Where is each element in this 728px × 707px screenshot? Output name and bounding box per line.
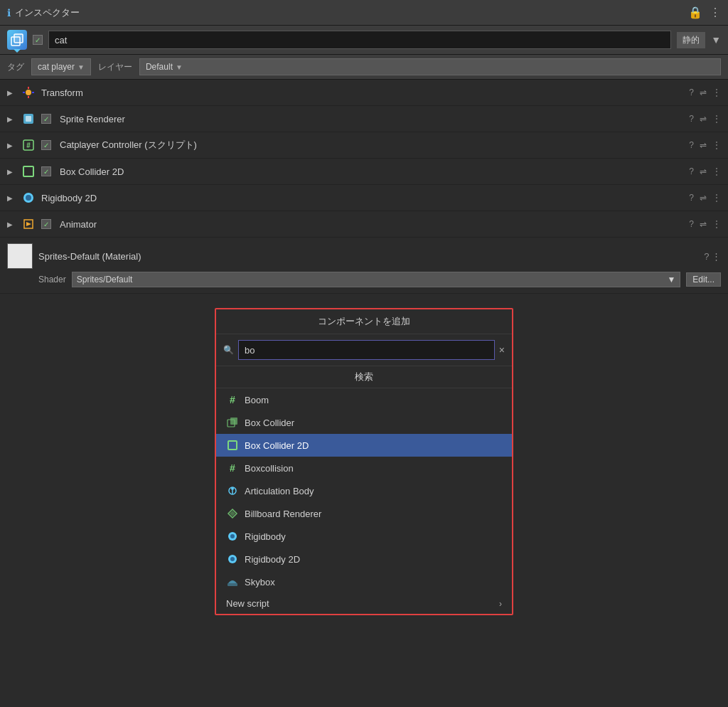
static-chevron-button[interactable]: ▼	[711, 34, 721, 46]
expand-arrow: ▶	[7, 220, 16, 228]
layer-label: レイヤー	[98, 61, 132, 73]
object-cube-icon	[7, 30, 27, 50]
animator-checkbox[interactable]: ✓	[41, 219, 51, 229]
catplayer-menu-icon[interactable]: ⋮	[712, 140, 721, 150]
object-name-input[interactable]	[48, 31, 671, 49]
sprite-renderer-menu-icon[interactable]: ⋮	[712, 114, 721, 124]
rigidbody-2d-help-icon[interactable]: ?	[689, 193, 694, 203]
popup-item-box-collider[interactable]: Box Collider	[216, 411, 512, 434]
svg-point-27	[230, 557, 235, 561]
sprite-renderer-help-icon[interactable]: ?	[689, 114, 694, 124]
transform-help-icon[interactable]: ?	[689, 87, 694, 97]
rigidbody-2d-popup-label: Rigidbody 2D	[245, 554, 502, 565]
static-button[interactable]: 静的	[677, 32, 705, 48]
popup-item-rigidbody[interactable]: Rigidbody	[216, 525, 512, 548]
material-name: Sprites-Default (Material)	[38, 251, 141, 262]
rigidbody-label: Rigidbody	[245, 531, 502, 542]
transform-menu-icon[interactable]: ⋮	[712, 87, 721, 97]
shader-edit-button[interactable]: Edit...	[686, 272, 721, 287]
expand-arrow: ▶	[7, 115, 16, 123]
rigidbody-2d-menu-icon[interactable]: ⋮	[712, 193, 721, 203]
expand-arrow: ▶	[7, 142, 16, 149]
rigidbody-2d-settings-icon[interactable]: ⇌	[700, 193, 707, 203]
section-gap	[0, 294, 728, 308]
articulation-body-label: Articulation Body	[245, 486, 502, 496]
sprite-renderer-icon	[21, 112, 36, 126]
transform-name: Transform	[41, 87, 683, 98]
shader-label: Shader	[38, 275, 66, 285]
animator-name: Animator	[60, 219, 683, 230]
catplayer-settings-icon[interactable]: ⇌	[700, 140, 707, 150]
popup-item-boxcollision[interactable]: # Boxcollision	[216, 457, 512, 479]
popup-item-articulation-body[interactable]: Articulation Body	[216, 479, 512, 502]
box-collider-2d-settings-icon[interactable]: ⇌	[700, 166, 707, 176]
catplayer-icon: #	[21, 138, 36, 152]
shader-dropdown[interactable]: Sprites/Default ▼	[72, 272, 681, 287]
search-input[interactable]	[238, 340, 495, 360]
component-row-sprite-renderer[interactable]: ▶ ✓ Sprite Renderer ? ⇌ ⋮	[0, 106, 728, 132]
popup-item-boom[interactable]: # Boom	[216, 388, 512, 411]
rigidbody-2d-icon	[21, 191, 36, 205]
boxcollision-label: Boxcollision	[245, 463, 502, 474]
catplayer-checkbox[interactable]: ✓	[41, 140, 51, 150]
component-row-catplayer[interactable]: ▶ # ✓ Catplayer Controller (スクリプト) ? ⇌ ⋮	[0, 132, 728, 159]
info-icon: ℹ	[7, 7, 11, 18]
svg-rect-28	[228, 583, 237, 586]
component-row-rigidbody-2d[interactable]: ▶ Rigidbody 2D ? ⇌ ⋮	[0, 185, 728, 211]
search-clear-icon[interactable]: ×	[499, 344, 505, 356]
tag-label: タグ	[7, 61, 24, 73]
expand-arrow: ▶	[7, 168, 16, 176]
popup-item-box-collider-2d[interactable]: Box Collider 2D	[216, 434, 512, 457]
svg-point-2	[26, 90, 31, 95]
animator-settings-icon[interactable]: ⇌	[700, 219, 707, 229]
box-collider-2d-checkbox[interactable]: ✓	[41, 166, 51, 176]
svg-rect-18	[228, 441, 237, 450]
inspector-panel: ℹ インスペクター 🔒 ⋮ ✓ 静的 ▼ タグ cat player ▼ レイヤ…	[0, 0, 728, 707]
animator-icon	[21, 217, 36, 231]
billboard-renderer-label: Billboard Renderer	[245, 509, 502, 519]
material-help-icon[interactable]: ?	[704, 251, 709, 262]
tag-dropdown[interactable]: cat player ▼	[31, 58, 91, 75]
svg-point-25	[230, 534, 235, 538]
svg-point-20	[231, 487, 234, 490]
boom-label: Boom	[245, 395, 502, 405]
box-collider-2d-popup-label: Box Collider 2D	[245, 440, 502, 451]
transform-settings-icon[interactable]: ⇌	[700, 87, 707, 97]
popup-item-new-script[interactable]: New script ›	[216, 593, 512, 614]
component-row-box-collider-2d[interactable]: ▶ ✓ Box Collider 2D ? ⇌ ⋮	[0, 159, 728, 185]
object-active-checkbox[interactable]: ✓	[33, 35, 43, 45]
animator-menu-icon[interactable]: ⋮	[712, 219, 721, 229]
inspector-header: ℹ インスペクター 🔒 ⋮	[0, 0, 728, 26]
popup-item-billboard-renderer[interactable]: Billboard Renderer	[216, 502, 512, 525]
popup-item-skybox[interactable]: Skybox	[216, 570, 512, 593]
animator-help-icon[interactable]: ?	[689, 219, 694, 229]
popup-item-rigidbody-2d[interactable]: Rigidbody 2D	[216, 548, 512, 570]
box-collider-2d-icon	[21, 164, 36, 179]
svg-point-13	[26, 195, 31, 201]
box-collider-label: Box Collider	[245, 418, 502, 428]
component-row-transform[interactable]: ▶ Transform ? ⇌ ⋮	[0, 80, 728, 106]
billboard-renderer-icon	[226, 507, 239, 520]
lock-icon[interactable]: 🔒	[688, 6, 702, 19]
inspector-title: インスペクター	[15, 6, 80, 19]
material-menu-icon[interactable]: ⋮	[712, 251, 721, 262]
skybox-icon	[226, 575, 239, 588]
component-list: ▶ Transform ? ⇌ ⋮ ▶	[0, 80, 728, 707]
layer-dropdown[interactable]: Default ▼	[139, 58, 721, 75]
svg-rect-17	[230, 418, 237, 425]
menu-icon[interactable]: ⋮	[710, 6, 721, 19]
catplayer-help-icon[interactable]: ?	[689, 140, 694, 150]
rigidbody-icon	[226, 530, 239, 543]
svg-marker-15	[26, 222, 31, 226]
boom-icon: #	[226, 393, 239, 406]
box-collider-2d-menu-icon[interactable]: ⋮	[712, 166, 721, 176]
material-thumbnail	[7, 243, 33, 269]
new-script-label: New script	[226, 598, 493, 609]
box-collider-2d-help-icon[interactable]: ?	[689, 166, 694, 176]
sprite-renderer-checkbox[interactable]: ✓	[41, 114, 51, 124]
component-row-animator[interactable]: ▶ ✓ Animator ? ⇌ ⋮	[0, 211, 728, 238]
rigidbody-2d-name: Rigidbody 2D	[41, 193, 683, 203]
svg-rect-11	[23, 166, 33, 176]
transform-icon	[21, 85, 36, 100]
sprite-renderer-settings-icon[interactable]: ⇌	[700, 114, 707, 124]
